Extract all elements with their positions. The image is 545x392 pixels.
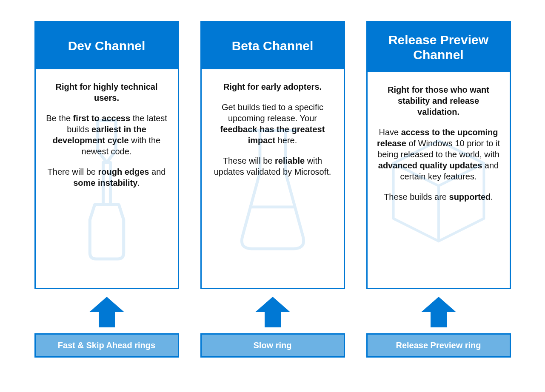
card-title: Dev Channel — [36, 23, 178, 69]
card-text: Get builds tied to a specific upcoming r… — [211, 102, 334, 146]
card-title: Beta Channel — [202, 23, 344, 69]
card-tail: There will be rough edges and some insta… — [45, 166, 168, 188]
up-arrow-icon — [421, 297, 456, 327]
up-arrow-icon — [255, 297, 290, 327]
channel-card: Dev Channel Right for highly technical u… — [34, 21, 179, 289]
svg-marker-1 — [89, 297, 124, 327]
channel-dev: Dev Channel Right for highly technical u… — [34, 21, 179, 358]
channel-columns: Dev Channel Right for highly technical u… — [30, 21, 515, 358]
ring-label: Fast & Skip Ahead rings — [34, 333, 179, 358]
card-tail: These will be reliable with updates vali… — [211, 155, 334, 177]
channel-card: Release Preview Channel Right for those … — [366, 21, 511, 289]
card-body: Right for highly technical users. Be the… — [36, 69, 178, 288]
channel-release-preview: Release Preview Channel Right for those … — [366, 21, 511, 358]
up-arrow-icon — [89, 297, 124, 327]
card-text: Have access to the upcoming release of W… — [377, 127, 500, 182]
card-lead: Right for those who want stability and r… — [377, 84, 500, 117]
card-title: Release Preview Channel — [368, 23, 510, 72]
svg-marker-7 — [421, 297, 456, 327]
svg-marker-4 — [255, 297, 290, 327]
card-tail: These builds are supported. — [377, 191, 500, 202]
card-body: Right for those who want stability and r… — [368, 72, 510, 288]
card-body: Right for early adopters. Get builds tie… — [202, 69, 344, 288]
channel-beta: Beta Channel Right for early adopters. G… — [200, 21, 345, 358]
ring-label: Slow ring — [200, 333, 345, 358]
card-lead: Right for early adopters. — [211, 81, 334, 92]
channel-card: Beta Channel Right for early adopters. G… — [200, 21, 345, 289]
card-text: Be the first to access the latest builds… — [45, 113, 168, 157]
ring-label: Release Preview ring — [366, 333, 511, 358]
card-lead: Right for highly technical users. — [45, 81, 168, 103]
